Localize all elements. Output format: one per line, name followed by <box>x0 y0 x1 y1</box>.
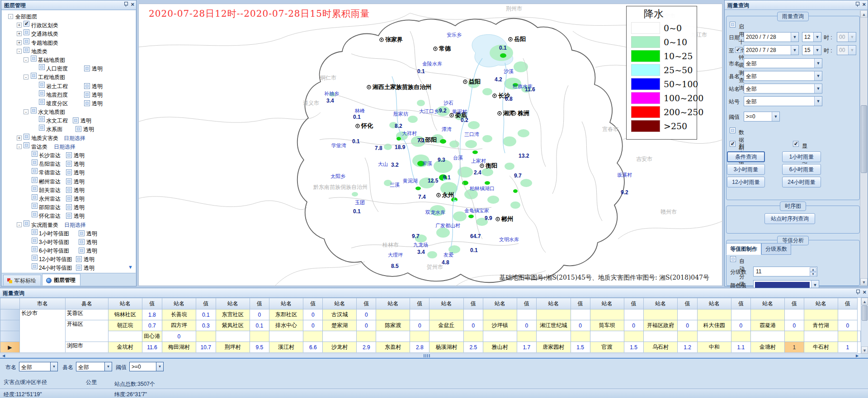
row-selector[interactable] <box>0 331 20 342</box>
column-header-value[interactable]: 值 <box>517 298 536 309</box>
row-selector[interactable] <box>0 309 20 320</box>
value-cell[interactable] <box>269 331 303 342</box>
station-cell[interactable] <box>463 331 483 342</box>
collapse-icon[interactable]: - <box>8 14 13 19</box>
column-header-station[interactable]: 站名 <box>216 298 250 309</box>
collapse-icon[interactable]: - <box>24 75 28 80</box>
station-cell[interactable]: 青竹湖 <box>804 320 838 331</box>
date-select-link[interactable]: 日期选择 <box>64 135 85 142</box>
close-icon[interactable]: × <box>863 290 866 295</box>
layer-checkbox[interactable] <box>32 168 38 174</box>
station-cell[interactable] <box>357 331 376 342</box>
station-cell[interactable]: 排水中心 <box>269 320 303 331</box>
city-cell[interactable]: 长沙市 <box>19 309 65 353</box>
station-cell[interactable] <box>429 309 463 320</box>
column-header-value[interactable]: 值 <box>410 298 429 309</box>
tree-item-水文地质图[interactable]: -水文地质图 <box>2 108 136 116</box>
station-cell[interactable]: 沙坪镇 <box>483 320 517 331</box>
map-canvas[interactable]: 荆州市咸宁市九江市铜仁市遵义市黔东南苗族侗族自治州桂林市贺州市赣州市吉安市宜春市… <box>138 4 722 286</box>
column-header-station[interactable]: 站名 <box>697 298 731 309</box>
row-selector-header[interactable] <box>0 298 20 309</box>
tree-item-基础地质图[interactable]: -基础地质图 <box>2 56 136 64</box>
column-header-station[interactable]: 站名 <box>269 298 303 309</box>
value-cell[interactable]: 1.5 <box>624 342 643 353</box>
transparent-checkbox[interactable] <box>66 161 72 167</box>
value-cell[interactable] <box>216 331 250 342</box>
layer-checkbox[interactable] <box>39 125 45 131</box>
rain-1h-button[interactable]: 1小时雨量 <box>782 151 821 162</box>
station-cell[interactable]: 陈家渡 <box>376 320 410 331</box>
date-select-link[interactable]: 日期选择 <box>54 143 75 151</box>
tree-item-岳阳雷达[interactable]: 岳阳雷达透明 <box>2 159 136 168</box>
column-header-value[interactable]: 值 <box>624 298 643 309</box>
station-timeseries-button[interactable]: 站点时序列查询 <box>764 213 815 224</box>
value-cell[interactable]: 2.9 <box>357 342 376 353</box>
value-cell[interactable] <box>697 331 731 342</box>
value-cell[interactable]: 2.8 <box>410 342 429 353</box>
value-cell[interactable]: 0 <box>357 309 376 320</box>
chevron-down-icon[interactable]: ▼ <box>813 33 821 42</box>
tree-item-雷达类[interactable]: -雷达类日期选择 <box>2 142 136 151</box>
row-selector[interactable]: ▶ <box>0 342 20 353</box>
tree-item-永州雷达[interactable]: 永州雷达透明 <box>2 194 136 203</box>
close-icon[interactable]: × <box>131 2 134 7</box>
value-cell[interactable]: 2.5 <box>463 342 483 353</box>
value-cell[interactable]: 0.7 <box>142 320 162 331</box>
station-cell[interactable] <box>376 309 410 320</box>
transparent-checkbox[interactable] <box>79 230 85 236</box>
transparent-checkbox[interactable] <box>66 204 72 210</box>
tab-图层管理[interactable]: 图层管理 <box>42 274 80 286</box>
column-header-value[interactable]: 值 <box>196 298 216 309</box>
column-header-value[interactable]: 值 <box>463 298 483 309</box>
value-cell[interactable]: 0.1 <box>250 320 269 331</box>
layer-checkbox[interactable] <box>32 186 38 192</box>
transparent-checkbox[interactable] <box>84 66 90 71</box>
chevron-down-icon[interactable]: ▼ <box>814 59 822 68</box>
station-cell[interactable]: 雅山村 <box>483 342 517 353</box>
station-cell[interactable] <box>590 309 624 320</box>
station-cell[interactable] <box>838 331 857 342</box>
layer-checkbox[interactable] <box>24 47 29 53</box>
station-cell[interactable]: 科大佳园 <box>697 320 731 331</box>
tree-item-常德雷达[interactable]: 常德雷达透明 <box>2 168 136 177</box>
value-cell[interactable] <box>731 309 750 320</box>
station-cell[interactable] <box>536 309 571 320</box>
value-cell[interactable] <box>678 309 697 320</box>
close-icon[interactable]: × <box>862 2 866 7</box>
chevron-down-icon[interactable]: ▼ <box>50 362 57 371</box>
spin-down-icon[interactable]: ▼ <box>810 272 816 276</box>
scroll-right-icon[interactable]: ▶ <box>854 354 861 358</box>
right-panel-scrollbar[interactable]: ▲ ▼ <box>860 10 868 286</box>
station-cell[interactable]: 乌石村 <box>643 342 678 353</box>
value-cell[interactable]: 9.5 <box>250 342 269 353</box>
fb-city-select[interactable]: 全部 ▼ <box>19 362 58 371</box>
stationid-select[interactable]: 全部 ▼ <box>744 96 822 106</box>
station-cell[interactable] <box>517 331 536 342</box>
station-cell[interactable]: 四方坪 <box>162 320 196 331</box>
chevron-down-icon[interactable]: ▼ <box>791 33 798 42</box>
station-cell[interactable] <box>784 331 804 342</box>
column-header-value[interactable]: 值 <box>142 298 162 309</box>
value-cell[interactable]: 0 <box>624 320 643 331</box>
value-cell[interactable] <box>751 331 785 342</box>
column-header-value[interactable]: 值 <box>250 298 269 309</box>
transparent-checkbox[interactable] <box>66 187 72 193</box>
station-cell[interactable]: 田心港 <box>142 331 162 342</box>
column-header-value[interactable]: 值 <box>571 298 590 309</box>
layer-checkbox[interactable] <box>39 116 45 122</box>
tree-item-地质类[interactable]: -地质类 <box>2 47 136 56</box>
value-cell[interactable]: 0 <box>162 331 196 342</box>
layer-checkbox[interactable] <box>32 203 38 209</box>
layer-checkbox[interactable] <box>32 255 38 261</box>
scrollbar-thumb[interactable] <box>862 305 868 321</box>
pin-icon[interactable] <box>855 290 860 295</box>
county-cell[interactable] <box>108 331 142 342</box>
station-cell[interactable] <box>250 331 269 342</box>
layer-checkbox[interactable] <box>32 246 38 252</box>
tab-contour-make[interactable]: 等值图制作 <box>726 243 761 255</box>
transparent-checkbox[interactable] <box>76 265 82 271</box>
column-header-value[interactable]: 值 <box>838 298 857 309</box>
value-cell[interactable]: 11.6 <box>142 342 162 353</box>
collapse-icon[interactable]: - <box>17 49 22 54</box>
expand-icon[interactable]: + <box>17 23 22 28</box>
